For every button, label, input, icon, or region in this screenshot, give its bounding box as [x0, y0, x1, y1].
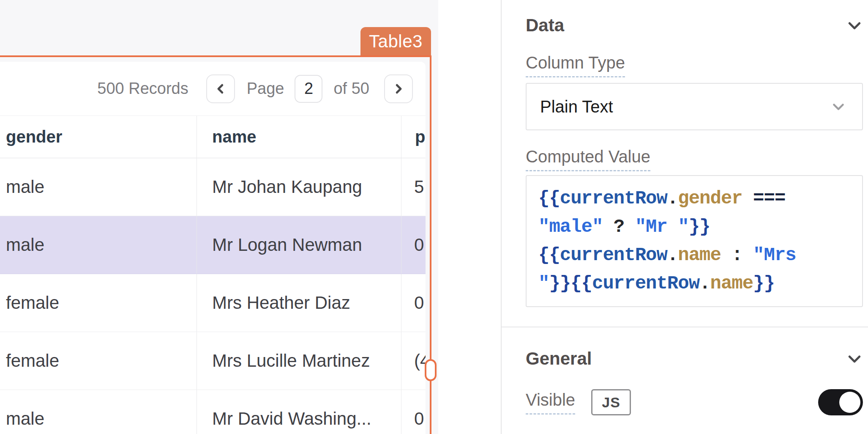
table-pagination: 500 Records Page of 50	[0, 62, 426, 115]
table-widget: 500 Records Page of 50 gender name	[0, 62, 426, 434]
table-body: male Mr Johan Kaupang 5 male Mr Logan Ne…	[0, 158, 426, 434]
property-inspector-panel: Data Column Type Plain Text Computed Val…	[502, 0, 868, 434]
cell-p: 0	[401, 274, 426, 332]
cell-name: Mrs Heather Diaz	[197, 274, 401, 332]
table-row[interactable]: female Mrs Lucille Martinez (4	[0, 332, 426, 390]
section-separator	[502, 327, 868, 327]
computed-value-label: Computed Value	[526, 147, 650, 171]
cell-gender: female	[0, 274, 197, 332]
next-page-button[interactable]	[384, 74, 413, 103]
js-toggle-badge[interactable]: JS	[591, 389, 631, 415]
cell-name: Mrs Lucille Martinez	[197, 332, 401, 390]
table-header-row: gender name p	[0, 115, 426, 158]
cell-p: 0	[401, 390, 426, 434]
cell-p: 0	[401, 216, 426, 274]
widget-name-label: Table3	[369, 31, 423, 52]
table-row[interactable]: male Mr David Washing... 0	[0, 390, 426, 434]
cell-gender: female	[0, 332, 197, 390]
selection-border-top	[0, 55, 431, 57]
chevron-down-icon	[846, 350, 863, 367]
visible-property-row: Visible JS	[526, 387, 863, 417]
app-editor-screen: Table3 500 Records Page of 50	[0, 0, 868, 434]
canvas: Table3 500 Records Page of 50	[0, 0, 438, 434]
cell-name: Mr David Washing...	[197, 390, 401, 434]
section-header-general[interactable]: General	[526, 348, 863, 370]
general-section-title: General	[526, 349, 592, 369]
data-section-title: Data	[526, 15, 564, 36]
table-row[interactable]: male Mr Logan Newman 0	[0, 216, 426, 274]
column-type-label: Column Type	[526, 53, 625, 77]
page-label: Page	[247, 80, 284, 98]
column-type-select[interactable]: Plain Text	[526, 83, 863, 130]
resize-handle[interactable]	[425, 359, 437, 381]
chevron-left-icon	[214, 82, 227, 95]
chevron-down-icon	[846, 17, 863, 34]
column-header-name[interactable]: name	[197, 116, 401, 158]
section-header-data[interactable]: Data	[526, 14, 863, 36]
column-header-gender[interactable]: gender	[0, 116, 197, 158]
cell-gender: male	[0, 216, 197, 274]
cell-name: Mr Johan Kaupang	[197, 158, 401, 216]
widget-name-tab[interactable]: Table3	[360, 27, 431, 56]
record-count-label: 500 Records	[97, 80, 188, 98]
cell-p: (4	[401, 332, 426, 390]
cell-gender: male	[0, 158, 197, 216]
table-row[interactable]: female Mrs Heather Diaz 0	[0, 274, 426, 332]
page-number-input[interactable]	[295, 75, 322, 103]
column-type-value: Plain Text	[540, 97, 613, 116]
chevron-down-icon	[831, 99, 846, 114]
page-total-label: of 50	[333, 80, 369, 98]
cell-p: 5	[401, 158, 426, 216]
cell-name: Mr Logan Newman	[197, 216, 401, 274]
column-header-p[interactable]: p	[401, 116, 426, 158]
toggle-knob	[839, 392, 860, 413]
visible-toggle[interactable]	[818, 389, 863, 415]
code-editor[interactable]: {{currentRow.gender ==="male" ? "Mr "}}{…	[526, 175, 863, 307]
table-row[interactable]: male Mr Johan Kaupang 5	[0, 158, 426, 216]
cell-gender: male	[0, 390, 197, 434]
visible-label: Visible	[526, 390, 575, 415]
chevron-right-icon	[392, 82, 405, 95]
prev-page-button[interactable]	[206, 74, 235, 103]
